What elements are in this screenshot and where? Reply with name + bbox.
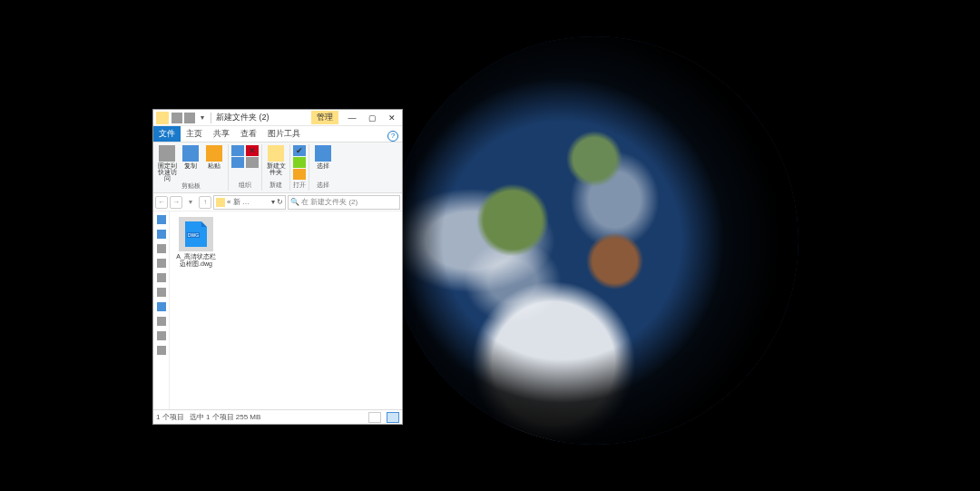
- nav-item-icon[interactable]: [157, 346, 166, 355]
- qat-dropdown-icon[interactable]: ▾: [197, 113, 208, 123]
- nav-pane[interactable]: [153, 211, 170, 409]
- group-label-select: 选择: [312, 181, 334, 190]
- help-icon[interactable]: ?: [387, 131, 398, 142]
- tab-share[interactable]: 共享: [208, 126, 235, 142]
- address-dropdown-icon[interactable]: ▾: [271, 198, 275, 206]
- breadcrumb[interactable]: « 新 …: [227, 197, 250, 207]
- file-name: A_高清状态栏边框图.dwg: [175, 253, 217, 267]
- file-type-tag: DWG: [187, 232, 200, 238]
- content-area[interactable]: DWG A_高清状态栏边框图.dwg: [170, 211, 402, 409]
- select-icon: [315, 145, 331, 162]
- pin-icon: [159, 145, 175, 162]
- ribbon: 固定到快速访问 复制 粘贴 剪贴板 ✕: [153, 142, 402, 193]
- earth-image: [390, 36, 799, 445]
- ribbon-group-select: 选择 选择: [309, 144, 337, 191]
- qat-properties-icon[interactable]: [172, 113, 182, 123]
- ribbon-group-clipboard: 固定到快速访问 复制 粘贴 剪贴板: [153, 144, 229, 191]
- drive2-icon[interactable]: [157, 273, 166, 282]
- nav-item-icon[interactable]: [157, 331, 166, 340]
- select-label: 选择: [317, 162, 329, 169]
- select-button[interactable]: 选择: [312, 145, 334, 169]
- nav-item-icon[interactable]: [157, 317, 166, 326]
- group-label-new: 新建: [265, 181, 287, 190]
- qat-newfolder-icon[interactable]: [184, 113, 195, 123]
- group-label-organize: 组织: [231, 181, 259, 190]
- address-folder-icon: [216, 198, 225, 207]
- tab-home[interactable]: 主页: [181, 126, 208, 142]
- network-icon[interactable]: [157, 302, 166, 311]
- ribbon-tabs: 文件 主页 共享 查看 图片工具 ?: [153, 126, 402, 142]
- address-bar[interactable]: « 新 … ▾ ↻: [213, 195, 286, 210]
- file-item[interactable]: DWG A_高清状态栏边框图.dwg: [175, 217, 217, 267]
- copy-icon: [182, 145, 199, 162]
- delete-button[interactable]: ✕: [246, 145, 259, 156]
- context-tab-manage[interactable]: 管理: [311, 111, 338, 124]
- dwg-file-icon: DWG: [185, 221, 207, 247]
- tab-file[interactable]: 文件: [153, 126, 181, 142]
- search-box[interactable]: 🔍 在 新建文件夹 (2): [288, 195, 400, 210]
- search-icon: 🔍: [290, 198, 299, 206]
- separator: [211, 113, 211, 123]
- paste-label: 粘贴: [208, 162, 220, 169]
- paste-button[interactable]: 粘贴: [203, 145, 225, 169]
- window-controls: — ▢ ✕: [342, 110, 402, 126]
- paste-icon: [206, 145, 222, 162]
- refresh-button[interactable]: ↻: [277, 198, 283, 206]
- forward-button[interactable]: →: [170, 196, 182, 209]
- new-folder-button[interactable]: 新建文件夹: [265, 145, 287, 175]
- newfolder-icon: [268, 145, 284, 162]
- pin-label: 固定到快速访问: [156, 162, 178, 182]
- group-label-clipboard: 剪贴板: [156, 182, 225, 191]
- tab-view[interactable]: 查看: [235, 126, 262, 142]
- explorer-body: DWG A_高清状态栏边框图.dwg: [153, 211, 402, 409]
- quick-access-icon[interactable]: [157, 215, 166, 224]
- file-thumbnail: DWG: [179, 217, 213, 251]
- move-to-button[interactable]: [231, 145, 244, 156]
- copy-to-button[interactable]: [231, 157, 244, 168]
- recent-dropdown[interactable]: ▾: [184, 196, 197, 209]
- edit-button[interactable]: [293, 169, 306, 180]
- up-button[interactable]: ↑: [199, 196, 211, 209]
- maximize-button[interactable]: ▢: [362, 110, 382, 126]
- minimize-button[interactable]: —: [342, 110, 362, 126]
- onedrive-icon[interactable]: [157, 230, 166, 239]
- title-bar[interactable]: ▾ 新建文件夹 (2) 管理 — ▢ ✕: [153, 110, 402, 126]
- search-placeholder: 在 新建文件夹 (2): [301, 197, 358, 207]
- tab-picture-tools[interactable]: 图片工具: [262, 126, 306, 142]
- copy-button[interactable]: 复制: [180, 145, 201, 169]
- status-item-count: 1 个项目: [156, 412, 184, 422]
- file-explorer-window: ▾ 新建文件夹 (2) 管理 — ▢ ✕ 文件 主页 共享 查看 图片工具 ? …: [152, 109, 403, 425]
- drive-icon[interactable]: [157, 259, 166, 268]
- pin-quickaccess-button[interactable]: 固定到快速访问: [156, 145, 178, 182]
- view-details-button[interactable]: [368, 412, 381, 423]
- group-label-open: 打开: [293, 181, 306, 190]
- open-button[interactable]: [293, 157, 306, 168]
- copy-label: 复制: [184, 162, 197, 169]
- status-selection: 选中 1 个项目 255 MB: [190, 412, 261, 422]
- thispc-icon[interactable]: [157, 244, 166, 253]
- ribbon-group-open: ✔ 打开: [290, 144, 309, 191]
- ribbon-group-new: 新建文件夹 新建: [262, 144, 290, 191]
- newfolder-label: 新建文件夹: [265, 162, 287, 175]
- status-bar: 1 个项目 选中 1 个项目 255 MB: [153, 409, 402, 424]
- close-button[interactable]: ✕: [382, 110, 402, 126]
- view-large-icons-button[interactable]: [387, 412, 399, 423]
- window-title: 新建文件夹 (2): [214, 112, 311, 123]
- properties-button[interactable]: ✔: [293, 145, 306, 156]
- rename-button[interactable]: [246, 157, 259, 168]
- drive3-icon[interactable]: [157, 288, 166, 297]
- back-button[interactable]: ←: [155, 196, 168, 209]
- address-bar-row: ← → ▾ ↑ « 新 … ▾ ↻ 🔍 在 新建文件夹 (2): [153, 193, 402, 211]
- ribbon-group-organize: ✕ 组织: [229, 144, 262, 191]
- window-folder-icon: [156, 112, 169, 124]
- quick-access-toolbar: ▾: [172, 113, 208, 123]
